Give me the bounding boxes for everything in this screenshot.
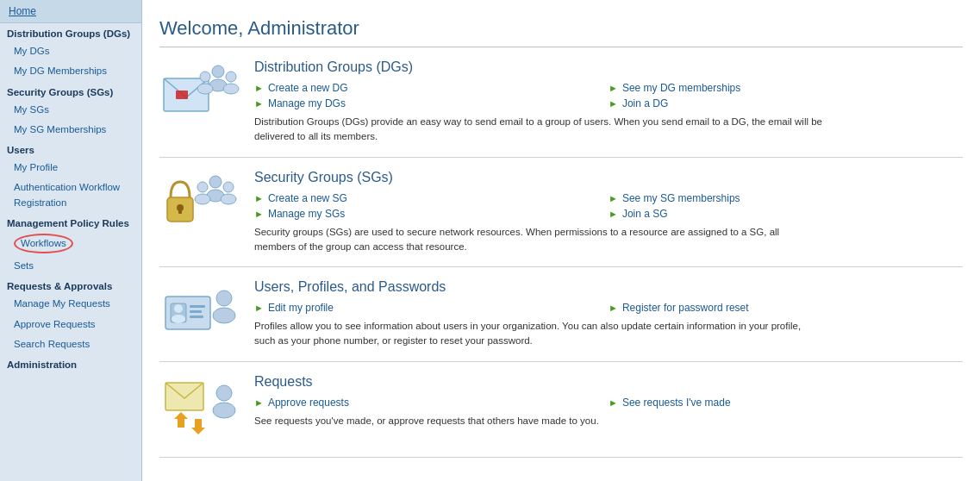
user-links-right: ► Register for password reset bbox=[609, 302, 963, 314]
requests-description: See requests you've made, or approve req… bbox=[254, 414, 823, 428]
arrow-icon: ► bbox=[254, 98, 264, 109]
svg-rect-23 bbox=[190, 315, 203, 318]
main-content: Welcome, Administrator bbox=[142, 0, 980, 481]
requests-icon bbox=[159, 374, 254, 445]
register-password-link[interactable]: ► Register for password reset bbox=[609, 302, 963, 314]
sg-links-left: ► Create a new SG ► Manage my SGs bbox=[254, 192, 609, 220]
sg-manage-link[interactable]: ► Manage my SGs bbox=[254, 208, 609, 220]
workflows-circled[interactable]: Workflows bbox=[14, 234, 73, 253]
user-section-row: Users, Profiles, and Passwords ► Edit my… bbox=[159, 267, 963, 362]
requests-links: ► Approve requests ► See requests I've m… bbox=[254, 397, 963, 409]
sidebar-section-admin: Administration bbox=[0, 354, 141, 372]
sidebar: Home Distribution Groups (DGs) My DGs My… bbox=[0, 0, 142, 481]
svg-point-6 bbox=[200, 72, 210, 82]
sidebar-section-users: Users bbox=[0, 140, 141, 158]
dg-join-link[interactable]: ► Join a DG bbox=[609, 97, 963, 109]
svg-point-16 bbox=[195, 194, 210, 204]
svg-point-2 bbox=[212, 66, 224, 78]
dg-title: Distribution Groups (DGs) bbox=[254, 59, 963, 75]
svg-point-14 bbox=[221, 194, 236, 204]
sg-links-right: ► See my SG memberships ► Join a SG bbox=[609, 192, 963, 220]
sg-description: Security groups (SGs) are used to secure… bbox=[254, 225, 823, 255]
svg-point-4 bbox=[226, 72, 236, 82]
sidebar-item-manage-requests[interactable]: Manage My Requests bbox=[0, 294, 141, 314]
dg-see-memberships-link[interactable]: ► See my DG memberships bbox=[609, 82, 963, 94]
svg-point-25 bbox=[213, 308, 235, 323]
sidebar-item-my-sgs[interactable]: My SGs bbox=[0, 100, 141, 120]
requests-title: Requests bbox=[254, 374, 963, 390]
sidebar-item-my-dg-memberships[interactable]: My DG Memberships bbox=[0, 61, 141, 81]
sidebar-section-sg: Security Groups (SGs) bbox=[0, 82, 141, 100]
dg-manage-link[interactable]: ► Manage my DGs bbox=[254, 97, 609, 109]
svg-point-20 bbox=[172, 315, 185, 323]
dg-description: Distribution Groups (DGs) provide an eas… bbox=[254, 115, 823, 145]
user-title: Users, Profiles, and Passwords bbox=[254, 279, 963, 295]
arrow-icon: ► bbox=[254, 303, 264, 313]
arrow-icon: ► bbox=[254, 209, 264, 219]
svg-point-30 bbox=[213, 403, 235, 418]
sidebar-item-search-requests[interactable]: Search Requests bbox=[0, 334, 141, 354]
dg-section-row: Distribution Groups (DGs) ► Create a new… bbox=[159, 47, 963, 158]
svg-point-24 bbox=[216, 290, 232, 306]
requests-links-right: ► See requests I've made bbox=[609, 397, 963, 409]
sidebar-item-my-sg-memberships[interactable]: My SG Memberships bbox=[0, 120, 141, 140]
sg-section-content: Security Groups (SGs) ► Create a new SG … bbox=[254, 170, 963, 255]
sg-section-row: Security Groups (SGs) ► Create a new SG … bbox=[159, 158, 963, 268]
user-links-left: ► Edit my profile bbox=[254, 302, 609, 314]
sg-join-link[interactable]: ► Join a SG bbox=[609, 208, 963, 220]
user-description: Profiles allow you to see information ab… bbox=[254, 319, 823, 349]
sg-create-link[interactable]: ► Create a new SG bbox=[254, 192, 609, 204]
sidebar-item-approve-requests[interactable]: Approve Requests bbox=[0, 315, 141, 334]
arrow-icon: ► bbox=[609, 193, 618, 203]
arrow-icon: ► bbox=[609, 98, 618, 109]
requests-section-row: Requests ► Approve requests ► See reques… bbox=[159, 362, 963, 458]
sg-links: ► Create a new SG ► Manage my SGs ► See … bbox=[254, 192, 963, 220]
arrow-icon: ► bbox=[254, 83, 264, 93]
sidebar-item-sets[interactable]: Sets bbox=[0, 256, 141, 276]
sidebar-home[interactable]: Home bbox=[0, 0, 141, 23]
svg-point-5 bbox=[223, 84, 239, 94]
sidebar-item-my-dgs[interactable]: My DGs bbox=[0, 41, 141, 61]
svg-marker-27 bbox=[174, 412, 188, 428]
requests-links-left: ► Approve requests bbox=[254, 397, 609, 409]
sidebar-section-requests: Requests & Approvals bbox=[0, 276, 141, 294]
sg-icon bbox=[159, 170, 254, 239]
svg-point-7 bbox=[197, 84, 213, 94]
sidebar-section-mpr: Management Policy Rules bbox=[0, 213, 141, 231]
sg-see-memberships-link[interactable]: ► See my SG memberships bbox=[609, 192, 963, 204]
arrow-icon: ► bbox=[254, 193, 264, 203]
user-icon bbox=[159, 279, 254, 348]
edit-profile-link[interactable]: ► Edit my profile bbox=[254, 302, 609, 314]
dg-links-right: ► See my DG memberships ► Join a DG bbox=[609, 82, 963, 109]
svg-rect-22 bbox=[190, 310, 202, 313]
svg-point-15 bbox=[197, 182, 208, 192]
dg-links: ► Create a new DG ► Manage my DGs ► See … bbox=[254, 82, 963, 109]
user-links: ► Edit my profile ► Register for passwor… bbox=[254, 302, 963, 314]
svg-rect-1 bbox=[176, 91, 188, 99]
requests-section-content: Requests ► Approve requests ► See reques… bbox=[254, 374, 963, 428]
arrow-icon: ► bbox=[609, 397, 618, 408]
sidebar-item-my-profile[interactable]: My Profile bbox=[0, 158, 141, 178]
sidebar-section-dg: Distribution Groups (DGs) bbox=[0, 23, 141, 41]
svg-point-29 bbox=[216, 385, 232, 401]
dg-create-link[interactable]: ► Create a new DG bbox=[254, 82, 609, 94]
user-section-content: Users, Profiles, and Passwords ► Edit my… bbox=[254, 279, 963, 349]
sg-title: Security Groups (SGs) bbox=[254, 170, 963, 185]
svg-point-13 bbox=[223, 182, 234, 192]
arrow-icon: ► bbox=[254, 397, 264, 408]
arrow-icon: ► bbox=[609, 303, 618, 313]
approve-requests-link[interactable]: ► Approve requests bbox=[254, 397, 609, 409]
dg-section-content: Distribution Groups (DGs) ► Create a new… bbox=[254, 59, 963, 145]
dg-links-left: ► Create a new DG ► Manage my DGs bbox=[254, 82, 609, 109]
page-title: Welcome, Administrator bbox=[159, 9, 963, 47]
svg-rect-10 bbox=[178, 208, 182, 214]
arrow-icon: ► bbox=[609, 209, 618, 219]
sidebar-item-workflows[interactable]: Workflows bbox=[0, 231, 141, 256]
sidebar-item-auth-workflow[interactable]: Authentication Workflow Registration bbox=[0, 178, 141, 213]
svg-marker-28 bbox=[191, 419, 205, 434]
dg-icon bbox=[159, 59, 254, 127]
svg-point-19 bbox=[174, 304, 183, 313]
see-requests-link[interactable]: ► See requests I've made bbox=[609, 397, 963, 409]
svg-point-11 bbox=[209, 176, 222, 188]
svg-rect-21 bbox=[190, 305, 205, 308]
